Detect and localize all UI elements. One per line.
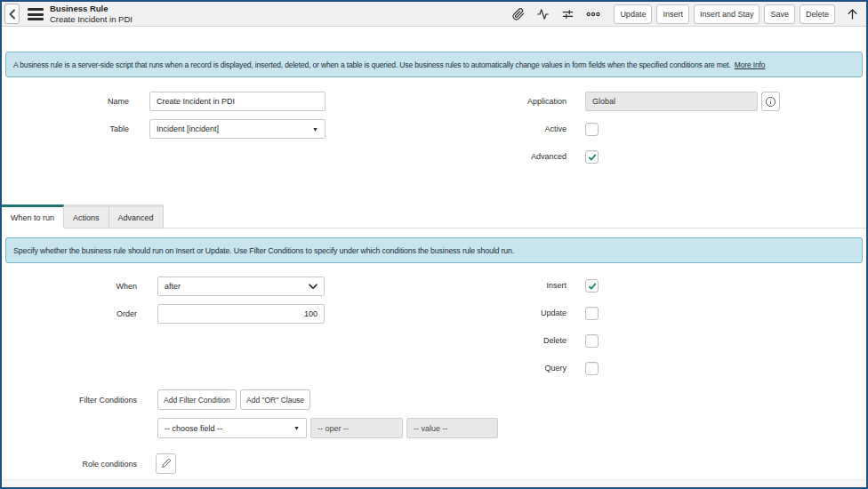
record-name-subtitle: Create Incident in PDI [50,14,133,25]
when-select[interactable]: after [157,277,325,296]
update-button[interactable]: Update [614,4,652,24]
arrow-up-icon [846,7,859,21]
advanced-checkbox[interactable] [585,150,599,164]
name-input[interactable] [149,92,326,111]
update-checkbox-label: Update [446,307,567,320]
activity-icon [536,8,550,20]
tab-when-to-run[interactable]: When to run [2,204,64,228]
when-label: When [2,277,137,296]
delete-button[interactable]: Delete [800,4,835,24]
query-checkbox[interactable] [585,362,599,375]
personalize-form-button[interactable] [558,7,578,21]
insert-checkbox[interactable] [585,279,599,293]
when-to-run-banner-text: Specify whether the business rule should… [13,246,514,255]
insert-button[interactable]: Insert [656,4,689,24]
scroll-to-top-button[interactable] [843,7,862,21]
check-icon [587,281,598,292]
insert-checkbox-label: Insert [446,279,567,293]
info-icon [765,96,776,108]
when-to-run-banner: Specify whether the business rule should… [5,237,863,263]
application-value: Global [592,97,615,106]
save-button[interactable]: Save [764,4,795,24]
insert-and-stay-button[interactable]: Insert and Stay [694,4,760,24]
delete-checkbox-label: Delete [446,334,567,348]
dropdown-caret-icon: ▼ [293,425,300,431]
filter-conditions-label: Filter Conditions [2,394,137,407]
order-input[interactable] [157,304,325,324]
edit-role-conditions-button[interactable] [156,453,176,474]
record-type-title: Business Rule [50,4,133,14]
advanced-label: Advanced [446,150,567,164]
chevron-left-icon [8,9,17,20]
table-select-value: Incident [incident] [157,124,219,133]
paperclip-icon [512,8,525,20]
activity-stream-button[interactable] [533,7,553,21]
tab-actions[interactable]: Actions [64,204,109,228]
add-filter-condition-button[interactable]: Add Filter Condition [157,389,237,410]
hamburger-menu-icon[interactable] [28,8,44,20]
condition-value-field: -- value -- [406,418,498,438]
add-or-clause-button[interactable]: Add "OR" Clause [240,389,310,410]
condition-field-placeholder: -- choose field -- [165,424,222,433]
sliders-icon [561,8,575,20]
delete-checkbox[interactable] [585,334,599,348]
check-icon [587,152,598,163]
update-checkbox[interactable] [585,307,599,320]
application-label: Application [446,92,567,111]
condition-operator-placeholder: -- oper -- [317,424,349,433]
condition-value-placeholder: -- value -- [414,424,448,433]
table-select[interactable]: Incident [incident] ▼ [149,119,326,139]
info-banner: A business rule is a server-side script … [5,52,863,77]
back-button[interactable] [4,4,20,24]
order-label: Order [2,304,137,324]
form-header: Business Rule Create Incident in PDI Upd… [2,2,866,27]
when-select-value: after [165,282,181,291]
query-checkbox-label: Query [446,362,567,375]
chevron-down-icon [309,284,317,290]
info-banner-text: A business rule is a server-side script … [13,60,731,69]
condition-operator-field: -- oper -- [310,418,403,438]
dropdown-caret-icon: ▼ [312,126,318,132]
more-options-button[interactable] [583,9,604,20]
application-field: Global [585,92,758,111]
role-conditions-label: Role conditions [2,458,137,471]
business-rule-form: Business Rule Create Incident in PDI Upd… [0,0,868,489]
form-tabs: When to run Actions Advanced [2,204,866,228]
name-label: Name [2,92,129,111]
footer-strip [2,479,866,487]
condition-field-select[interactable]: -- choose field -- ▼ [157,418,307,438]
active-label: Active [446,123,567,136]
application-info-button[interactable] [761,92,780,111]
attachment-button[interactable] [509,7,528,21]
table-label: Table [2,119,129,139]
active-checkbox[interactable] [585,123,599,136]
record-header: Business Rule Create Incident in PDI [50,4,133,25]
more-info-link[interactable]: More Info [735,60,766,69]
header-toolbar: Update Insert Insert and Stay Save Delet… [509,4,862,24]
more-options-icon [586,10,600,19]
tab-advanced[interactable]: Advanced [109,204,164,228]
pencil-icon [161,458,172,469]
